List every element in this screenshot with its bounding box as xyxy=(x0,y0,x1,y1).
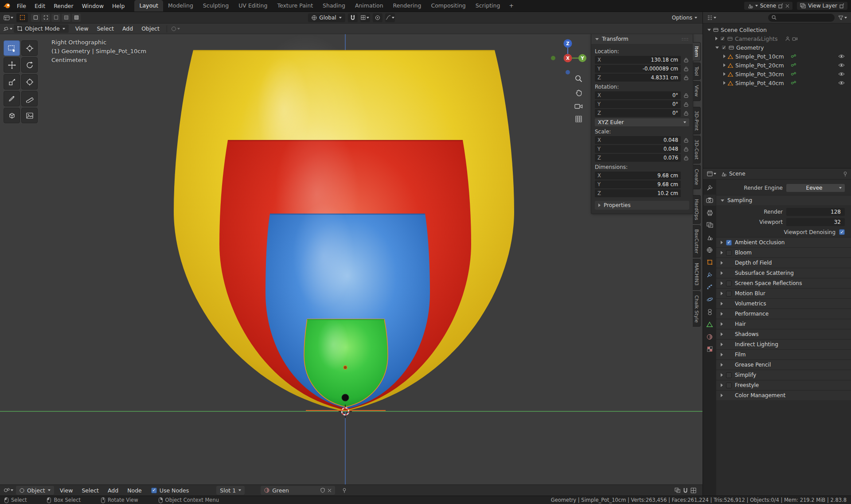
properties-editor-type-button[interactable] xyxy=(707,169,716,178)
tab-output[interactable] xyxy=(703,207,716,218)
lock-icon[interactable] xyxy=(683,102,689,107)
hide-eye-icon[interactable] xyxy=(838,53,845,60)
tool-measure[interactable] xyxy=(21,91,38,106)
side-tab-create[interactable]: Create xyxy=(693,165,701,189)
panel-subsurface-scattering[interactable]: Subsurface Scattering xyxy=(716,268,851,278)
workspace-tab-layout[interactable]: Layout xyxy=(134,0,163,12)
node-menu-view[interactable]: View xyxy=(57,486,76,495)
panel-bloom[interactable]: Bloom xyxy=(716,247,851,258)
location-z-field[interactable]: Z4.8331 cm xyxy=(595,74,681,82)
tab-world[interactable] xyxy=(703,244,716,255)
outliner-filter-button[interactable] xyxy=(838,13,847,22)
tool-scale[interactable] xyxy=(4,74,20,90)
collapse-arrow-icon[interactable] xyxy=(715,47,719,49)
workspace-tab-compositing[interactable]: Compositing xyxy=(426,0,470,12)
panel-sampling[interactable]: Sampling xyxy=(716,195,851,205)
blender-logo-icon[interactable] xyxy=(4,3,11,9)
workspace-tab-modeling[interactable]: Modeling xyxy=(163,0,198,12)
proportional-editing-button[interactable] xyxy=(373,13,383,22)
panel-volumetrics[interactable]: Volumetrics xyxy=(716,298,851,309)
tab-texture[interactable] xyxy=(703,344,716,355)
transform-panel-header[interactable]: Transform :::: xyxy=(591,34,693,44)
menu-edit[interactable]: Edit xyxy=(31,1,49,11)
location-y-field[interactable]: Y-0.000089 cm xyxy=(595,65,681,73)
dimensions-y-field[interactable]: Y9.68 cm xyxy=(595,180,681,188)
location-x-field[interactable]: X130.18 cm xyxy=(595,56,681,64)
collection-checkbox[interactable] xyxy=(720,36,725,41)
panel-indirect-lighting[interactable]: Indirect Lighting xyxy=(716,339,851,349)
outliner-editor-type-button[interactable] xyxy=(707,13,716,22)
expand-arrow-icon[interactable] xyxy=(723,55,726,58)
properties-subpanel-header[interactable]: Properties xyxy=(595,201,689,210)
workspace-tab-sculpting[interactable]: Sculpting xyxy=(198,0,234,12)
lock-icon[interactable] xyxy=(683,138,689,143)
panel-ambient-occlusion[interactable]: Ambient Occlusion xyxy=(716,237,851,247)
tab-object[interactable] xyxy=(703,257,716,268)
panel-checkbox[interactable] xyxy=(726,240,732,246)
outliner-row-scene-collection[interactable]: Scene Collection xyxy=(706,25,848,34)
new-view-layer-icon[interactable] xyxy=(839,4,844,8)
side-tab-3d-coat[interactable]: 3D-Coat xyxy=(693,136,701,164)
viewport-menu-object[interactable]: Object xyxy=(138,24,163,33)
tool-fallback-widget[interactable] xyxy=(171,24,180,33)
scale-y-field[interactable]: Y0.048 xyxy=(595,145,681,153)
outliner-search-input[interactable] xyxy=(768,14,835,22)
tab-particles[interactable] xyxy=(703,281,716,293)
workspace-tab-texture-paint[interactable]: Texture Paint xyxy=(272,0,318,12)
tool-annotate[interactable] xyxy=(4,91,20,106)
pin-icon[interactable] xyxy=(342,488,347,493)
snap-toggle-button[interactable] xyxy=(348,13,358,22)
select-subtract-button[interactable] xyxy=(51,14,60,22)
panel-grease-pencil[interactable]: Grease Pencil xyxy=(716,359,851,370)
render-engine-dropdown[interactable]: Eevee xyxy=(786,184,845,192)
panel-color-management[interactable]: Color Management xyxy=(716,390,851,400)
menu-window[interactable]: Window xyxy=(78,1,108,11)
tab-constraints[interactable] xyxy=(703,306,716,317)
tab-scene[interactable] xyxy=(703,232,716,243)
hide-eye-icon[interactable] xyxy=(838,71,845,78)
render-samples-field[interactable]: 128 xyxy=(786,208,845,216)
tool-cursor[interactable] xyxy=(21,40,38,56)
shader-editor-type-button[interactable] xyxy=(4,486,13,495)
side-tab-boxcutter[interactable]: BoxCutter xyxy=(693,225,701,258)
side-tab-view[interactable]: View xyxy=(693,81,701,101)
workspace-tab-shading[interactable]: Shading xyxy=(318,0,350,12)
workspace-tab-animation[interactable]: Animation xyxy=(350,0,388,12)
camera-view-icon[interactable] xyxy=(574,103,583,110)
hide-eye-icon[interactable] xyxy=(838,80,845,86)
pin-icon[interactable] xyxy=(843,171,847,177)
scene-selector[interactable]: Scene xyxy=(744,2,793,10)
panel-screen-space-reflections[interactable]: Screen Space Reflections xyxy=(716,278,851,288)
tool-add-image[interactable] xyxy=(21,108,38,123)
tool-transform[interactable] xyxy=(21,74,38,90)
select-intersect-button[interactable] xyxy=(72,14,81,22)
select-extend-button[interactable] xyxy=(41,14,50,22)
menu-help[interactable]: Help xyxy=(108,1,129,11)
expand-arrow-icon[interactable] xyxy=(723,81,726,85)
viewport-samples-field[interactable]: 32 xyxy=(786,218,845,226)
expand-arrow-icon[interactable] xyxy=(715,37,718,40)
node-menu-node[interactable]: Node xyxy=(124,486,145,495)
tool-box-select[interactable] xyxy=(4,40,20,56)
use-nodes-checkbox[interactable] xyxy=(151,488,157,493)
rotation-x-field[interactable]: X0° xyxy=(595,91,681,99)
node-menu-select[interactable]: Select xyxy=(78,486,102,495)
panel-checkbox[interactable] xyxy=(726,281,732,286)
lock-icon[interactable] xyxy=(683,111,689,116)
material-name-field[interactable]: Green xyxy=(261,486,335,495)
fake-user-shield-icon[interactable] xyxy=(320,488,325,493)
side-tab-hardops[interactable]: HardOps xyxy=(693,195,701,224)
panel-film[interactable]: Film xyxy=(716,349,851,359)
panel-checkbox[interactable] xyxy=(726,383,732,388)
navigation-gizmo[interactable]: Z X Y xyxy=(549,36,587,80)
tool-rotate[interactable] xyxy=(21,57,38,73)
outliner-row-camera-lights[interactable]: Camera&Lights xyxy=(706,34,848,43)
viewport-editor-type-button[interactable] xyxy=(3,24,12,33)
rotation-mode-dropdown[interactable]: XYZ Euler xyxy=(595,118,689,126)
panel-checkbox[interactable] xyxy=(726,291,732,297)
lock-icon[interactable] xyxy=(683,75,689,80)
side-tab-chalk-style[interactable]: Chalk Style xyxy=(693,291,701,327)
tool-add-cube[interactable] xyxy=(4,108,20,123)
node-grid-icon[interactable] xyxy=(691,488,696,493)
mode-dropdown[interactable]: Object Mode xyxy=(14,24,69,33)
